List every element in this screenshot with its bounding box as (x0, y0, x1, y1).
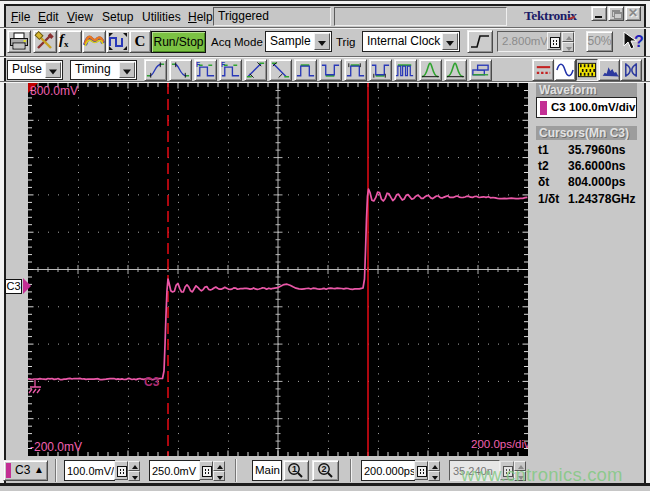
svg-text:C3: C3 (144, 375, 160, 389)
svg-text:F: F (221, 61, 225, 68)
svg-text:800.0mV: 800.0mV (30, 84, 78, 98)
svg-text:1: 1 (292, 464, 297, 474)
svg-text:?: ? (634, 33, 644, 50)
svg-text:F: F (196, 61, 200, 68)
svg-text:2: 2 (322, 464, 327, 474)
svg-text:-200.0mV: -200.0mV (30, 440, 82, 454)
svg-text:200.0ps/div: 200.0ps/div (471, 438, 528, 450)
